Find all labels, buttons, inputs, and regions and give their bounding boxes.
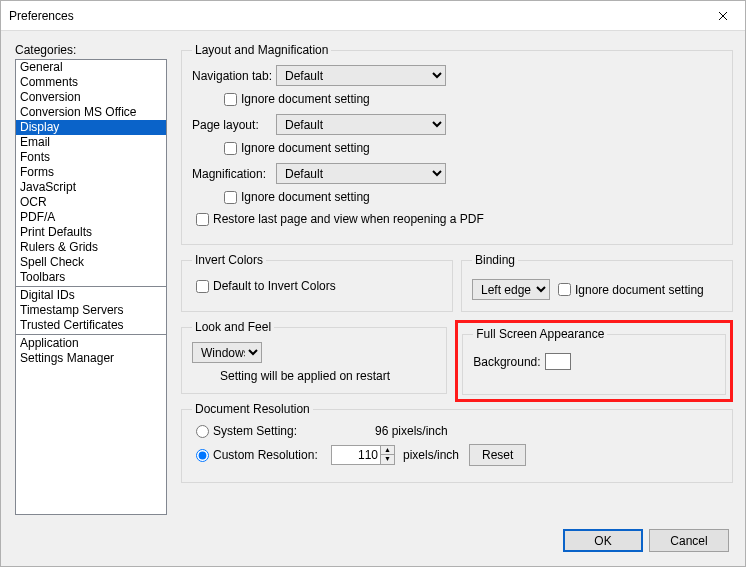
custom-resolution-input[interactable] — [331, 445, 381, 465]
category-item[interactable]: Application — [16, 336, 166, 351]
close-button[interactable] — [700, 1, 745, 31]
binding-group: Binding Left edge Ignore document settin… — [461, 253, 733, 312]
reset-button[interactable]: Reset — [469, 444, 526, 466]
system-setting-label: System Setting: — [213, 424, 321, 438]
close-icon — [718, 11, 728, 21]
custom-resolution-radio[interactable] — [196, 449, 209, 462]
category-separator — [16, 334, 166, 335]
system-setting-value: 96 pixels/inch — [375, 424, 448, 438]
category-item[interactable]: PDF/A — [16, 210, 166, 225]
group-legend: Look and Feel — [192, 320, 274, 334]
window-title: Preferences — [9, 9, 74, 23]
category-item[interactable]: Toolbars — [16, 270, 166, 285]
fullscreen-appearance-group: Full Screen Appearance Background: — [462, 327, 726, 395]
look-and-feel-select[interactable]: Windows — [192, 342, 262, 363]
nav-tab-select[interactable]: Default — [276, 65, 446, 86]
magnification-select[interactable]: Default — [276, 163, 446, 184]
category-item[interactable]: Print Defaults — [16, 225, 166, 240]
category-item[interactable]: Rulers & Grids — [16, 240, 166, 255]
page-layout-select[interactable]: Default — [276, 114, 446, 135]
categories-list[interactable]: GeneralCommentsConversionConversion MS O… — [15, 59, 167, 515]
category-item[interactable]: OCR — [16, 195, 166, 210]
invert-default-checkbox[interactable] — [196, 280, 209, 293]
resolution-spinner[interactable]: ▲ ▼ — [380, 445, 395, 465]
system-setting-radio[interactable] — [196, 425, 209, 438]
group-legend: Full Screen Appearance — [473, 327, 607, 341]
category-item[interactable]: Forms — [16, 165, 166, 180]
resolution-unit: pixels/inch — [403, 448, 459, 462]
category-item[interactable]: Timestamp Servers — [16, 303, 166, 318]
nav-ignore-label: Ignore document setting — [241, 92, 370, 106]
page-ignore-checkbox[interactable] — [224, 142, 237, 155]
spinner-up-icon[interactable]: ▲ — [380, 445, 395, 455]
category-item[interactable]: General — [16, 60, 166, 75]
category-item[interactable]: Spell Check — [16, 255, 166, 270]
category-item[interactable]: Digital IDs — [16, 288, 166, 303]
category-item[interactable]: Fonts — [16, 150, 166, 165]
mag-ignore-checkbox[interactable] — [224, 191, 237, 204]
binding-ignore-label: Ignore document setting — [575, 283, 704, 297]
cancel-button[interactable]: Cancel — [649, 529, 729, 552]
title-bar: Preferences — [1, 1, 745, 31]
magnification-label: Magnification: — [192, 167, 276, 181]
category-item[interactable]: Comments — [16, 75, 166, 90]
group-legend: Invert Colors — [192, 253, 266, 267]
category-item[interactable]: Settings Manager — [16, 351, 166, 366]
page-ignore-label: Ignore document setting — [241, 141, 370, 155]
category-separator — [16, 286, 166, 287]
category-item[interactable]: Conversion — [16, 90, 166, 105]
ok-button[interactable]: OK — [563, 529, 643, 552]
binding-select[interactable]: Left edge — [472, 279, 550, 300]
group-legend: Binding — [472, 253, 518, 267]
category-item[interactable]: Trusted Certificates — [16, 318, 166, 333]
look-and-feel-note: Setting will be applied on restart — [220, 369, 436, 383]
category-item[interactable]: JavaScript — [16, 180, 166, 195]
page-layout-label: Page layout: — [192, 118, 276, 132]
background-color-swatch[interactable] — [545, 353, 571, 370]
restore-label: Restore last page and view when reopenin… — [213, 212, 484, 226]
layout-and-magnification-group: Layout and Magnification Navigation tab:… — [181, 43, 733, 245]
background-label: Background: — [473, 355, 540, 369]
mag-ignore-label: Ignore document setting — [241, 190, 370, 204]
settings-panel: Layout and Magnification Navigation tab:… — [181, 43, 733, 507]
preferences-dialog: Preferences Categories: GeneralCommentsC… — [0, 0, 746, 567]
category-item[interactable]: Display — [16, 120, 166, 135]
custom-resolution-label: Custom Resolution: — [213, 448, 321, 462]
nav-tab-label: Navigation tab: — [192, 69, 276, 83]
categories-label: Categories: — [15, 43, 167, 57]
look-and-feel-group: Look and Feel Windows Setting will be ap… — [181, 320, 447, 394]
group-legend: Layout and Magnification — [192, 43, 331, 57]
restore-checkbox[interactable] — [196, 213, 209, 226]
binding-ignore-checkbox[interactable] — [558, 283, 571, 296]
invert-default-label: Default to Invert Colors — [213, 279, 336, 293]
category-item[interactable]: Email — [16, 135, 166, 150]
spinner-down-icon[interactable]: ▼ — [380, 455, 395, 465]
invert-colors-group: Invert Colors Default to Invert Colors — [181, 253, 453, 312]
group-legend: Document Resolution — [192, 402, 313, 416]
highlight-box: Full Screen Appearance Background: — [455, 320, 733, 402]
category-item[interactable]: Conversion MS Office — [16, 105, 166, 120]
document-resolution-group: Document Resolution System Setting: 96 p… — [181, 402, 733, 483]
nav-ignore-checkbox[interactable] — [224, 93, 237, 106]
